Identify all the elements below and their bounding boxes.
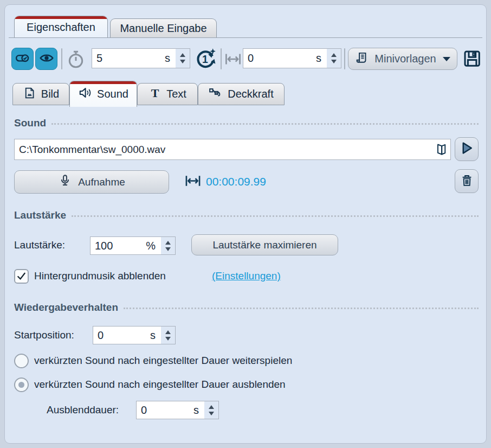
save-icon[interactable] — [462, 48, 482, 71]
active-tab-accent — [15, 16, 107, 19]
option-fade-radio[interactable] — [14, 377, 29, 392]
start-position-label: Startposition: — [14, 329, 74, 341]
active-tab-accent — [70, 81, 137, 84]
duration-unit: s — [165, 52, 176, 65]
spin-up-icon[interactable] — [165, 330, 171, 334]
properties-panel: Eigenschaften Manuelle Eingabe — [4, 4, 487, 444]
offset-value[interactable]: 0 — [243, 52, 316, 65]
settings-link[interactable]: (Einstellungen) — [212, 270, 281, 282]
fadeout-duration-spinner-arrows[interactable] — [204, 401, 218, 419]
speaker-icon — [78, 86, 92, 103]
sound-duration-value: 00:00:09.99 — [206, 175, 266, 188]
toolbar-separator — [61, 48, 62, 69]
scroll-icon — [355, 50, 369, 67]
spin-down-icon[interactable] — [180, 60, 185, 63]
start-position-row: Startposition: — [14, 326, 74, 344]
tab-deckkraft[interactable]: Deckkraft — [198, 83, 285, 105]
spin-down-icon[interactable] — [209, 412, 214, 415]
option-continue-row: verkürzten Sound nach eingestellter Daue… — [14, 353, 292, 368]
record-button-label: Aufnahme — [78, 176, 125, 188]
play-button[interactable] — [455, 137, 479, 161]
duration-spinner-arrows[interactable] — [176, 49, 190, 68]
duration-width-icon — [185, 175, 201, 189]
start-position-spinner[interactable]: 0 s — [93, 326, 176, 344]
sound-section-header: Sound — [14, 117, 479, 130]
minitemplates-label: Minivorlagen — [374, 53, 436, 65]
tab-manuelle-eingabe[interactable]: Manuelle Eingabe — [110, 18, 217, 38]
eye-icon — [39, 51, 54, 67]
fadeout-duration-unit: s — [193, 404, 204, 417]
option-continue-label[interactable]: verkürzten Sound nach eingestellter Daue… — [34, 355, 292, 367]
fadeout-duration-spinner[interactable]: 0 s — [136, 401, 219, 419]
offset-unit: s — [316, 52, 327, 65]
playback-section-header: Wiedergabeverhalten — [14, 301, 479, 314]
minitemplates-button[interactable]: Minivorlagen — [348, 48, 457, 70]
image-icon — [23, 86, 36, 103]
toggle-check-icon — [15, 51, 30, 67]
svg-text:T: T — [151, 86, 159, 100]
spin-up-icon[interactable] — [180, 53, 185, 57]
spin-down-icon[interactable] — [165, 247, 171, 251]
trash-icon — [460, 173, 474, 190]
tab-text-label: Text — [166, 88, 186, 100]
microphone-icon — [58, 174, 72, 191]
sound-file-field[interactable] — [14, 139, 451, 160]
volume-section-header: Lautstärke — [14, 209, 479, 222]
option-continue-radio[interactable] — [14, 354, 29, 368]
reset-duration-button[interactable]: 1 — [194, 48, 217, 73]
tab-text[interactable]: T Text — [137, 83, 198, 105]
selection-mode-button[interactable] — [11, 48, 34, 70]
play-icon — [458, 140, 475, 158]
volume-value[interactable]: 100 — [91, 240, 146, 252]
tab-sound-label: Sound — [97, 88, 128, 100]
delete-button[interactable] — [455, 169, 479, 193]
fade-background-row: Hintergrundmusik abblenden — [14, 268, 166, 284]
opacity-curve-icon — [209, 86, 223, 103]
spin-up-icon[interactable] — [331, 53, 337, 57]
start-position-value[interactable]: 0 — [93, 329, 150, 342]
tab-bild[interactable]: Bild — [12, 83, 69, 105]
stopwatch-icon — [66, 50, 86, 72]
tab-eigenschaften-label: Eigenschaften — [27, 21, 95, 34]
tab-eigenschaften[interactable]: Eigenschaften — [14, 16, 108, 38]
fade-background-label[interactable]: Hintergrundmusik abblenden — [34, 270, 166, 282]
section-dotted-line — [51, 123, 479, 125]
maximize-volume-label: Lautstärke maximieren — [212, 239, 316, 251]
svg-text:1: 1 — [202, 53, 208, 65]
sound-file-input[interactable] — [15, 144, 432, 156]
display-duration-spinner[interactable]: 5 s — [92, 48, 190, 68]
sound-header-label: Sound — [14, 117, 46, 129]
playback-header-label: Wiedergabeverhalten — [14, 302, 118, 313]
volume-spinner[interactable]: 100 % — [90, 236, 176, 255]
visibility-button[interactable] — [35, 48, 57, 70]
tab-sound[interactable]: Sound — [69, 81, 137, 107]
chevron-down-icon — [443, 57, 450, 61]
offset-spinner-arrows[interactable] — [327, 49, 341, 68]
fadeout-duration-value[interactable]: 0 — [137, 404, 193, 417]
option-fade-row: verkürzten Sound nach eingestellter Daue… — [14, 377, 286, 392]
maximize-volume-button[interactable]: Lautstärke maximieren — [191, 234, 338, 255]
toolbar-separator — [221, 48, 222, 69]
fadeout-duration-row: Ausblenddauer: — [47, 401, 119, 419]
spin-up-icon[interactable] — [165, 241, 171, 245]
spin-up-icon[interactable] — [209, 405, 214, 409]
record-button[interactable]: Aufnahme — [14, 170, 169, 194]
spin-down-icon[interactable] — [165, 337, 171, 341]
offset-spinner[interactable]: 0 s — [243, 48, 341, 68]
spin-down-icon[interactable] — [331, 60, 337, 63]
volume-spinner-arrows[interactable] — [161, 237, 175, 254]
volume-unit: % — [146, 240, 161, 252]
fadeout-duration-label: Ausblenddauer: — [47, 404, 119, 416]
open-folder-icon[interactable] — [432, 142, 450, 157]
toolbar-separator — [344, 48, 345, 69]
start-position-spinner-arrows[interactable] — [161, 327, 175, 344]
volume-row: Lautstärke: — [14, 235, 65, 255]
volume-label: Lautstärke: — [14, 239, 65, 251]
duration-value[interactable]: 5 — [92, 52, 165, 65]
fade-background-checkbox[interactable] — [14, 269, 29, 284]
volume-header-label: Lautstärke — [14, 209, 66, 221]
option-fade-label[interactable]: verkürzten Sound nach eingestellter Daue… — [34, 379, 286, 391]
tab-deckkraft-label: Deckkraft — [228, 88, 273, 100]
start-position-unit: s — [150, 329, 161, 342]
tab-bild-label: Bild — [41, 88, 59, 100]
